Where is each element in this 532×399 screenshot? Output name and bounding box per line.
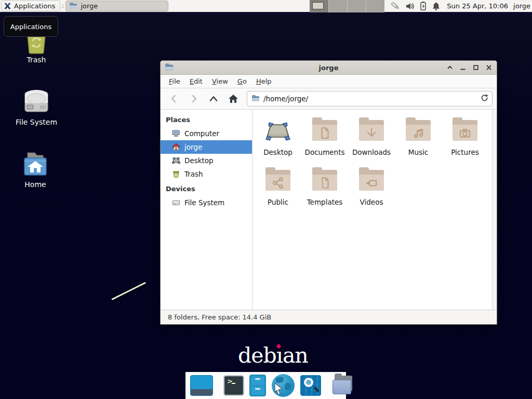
menu-help[interactable]: Help xyxy=(251,75,276,87)
sidebar-item-filesystem[interactable]: File System xyxy=(161,196,252,209)
location-path[interactable]: /home/jorge/ xyxy=(263,95,476,103)
file-item-public[interactable]: Public xyxy=(255,166,301,216)
notifications-bell-icon[interactable] xyxy=(432,2,441,11)
sidebar-item-trash[interactable]: Trash xyxy=(161,167,252,181)
show-desktop-icon xyxy=(190,375,213,396)
forward-button[interactable] xyxy=(184,90,203,107)
trash-small-icon xyxy=(172,170,180,178)
desktop-icon-label: Trash xyxy=(10,56,62,64)
menubar: File Edit View Go Help xyxy=(161,75,497,88)
desktop-icon-label: Home xyxy=(9,180,61,189)
file-item-music[interactable]: Music xyxy=(395,116,442,166)
volume-icon[interactable] xyxy=(405,2,415,11)
terminal-icon xyxy=(223,375,244,396)
panel-username[interactable]: jorge xyxy=(513,2,530,10)
workspace-window-preview xyxy=(312,2,324,9)
applications-menu-label: Applications xyxy=(14,2,55,10)
top-panel: Applications jorge xyxy=(0,0,532,13)
sidebar-item-label: Computer xyxy=(184,129,219,138)
workspace-2[interactable] xyxy=(328,0,347,12)
sidebar-places-header: Places xyxy=(161,114,252,127)
user-home-icon xyxy=(172,143,180,151)
menu-edit[interactable]: Edit xyxy=(185,75,207,87)
file-label: Desktop xyxy=(263,148,292,156)
workspace-3[interactable] xyxy=(347,0,366,12)
sidebar: Places Computer jorge xyxy=(161,110,252,310)
window-controls xyxy=(446,64,493,71)
sidebar-item-label: Desktop xyxy=(184,156,214,165)
file-item-documents[interactable]: Documents xyxy=(301,116,348,166)
file-manager-launcher[interactable] xyxy=(249,375,266,396)
workspace-1-active[interactable] xyxy=(310,0,328,12)
window-folder-icon xyxy=(165,63,174,71)
desktop-artifact-line xyxy=(111,282,146,300)
menu-view[interactable]: View xyxy=(207,75,233,87)
terminal-launcher[interactable] xyxy=(223,375,244,396)
toolbar: /home/jorge/ xyxy=(161,88,497,110)
desktop-icon xyxy=(172,156,180,165)
file-label: Downloads xyxy=(352,148,391,156)
app-finder-launcher[interactable] xyxy=(300,375,321,396)
share-emblem-icon xyxy=(271,176,285,190)
file-label: Public xyxy=(268,198,288,206)
workspace-pager[interactable] xyxy=(310,0,384,12)
close-button[interactable] xyxy=(485,64,493,71)
bottom-dock xyxy=(185,372,346,399)
template-emblem-icon xyxy=(318,176,331,190)
statusbar: 8 folders, Free space: 14.4 GiB xyxy=(161,310,497,324)
show-desktop-button[interactable] xyxy=(190,375,213,396)
panel-clock[interactable]: Sun 25 Apr, 10:06 xyxy=(447,2,508,10)
file-item-videos[interactable]: Videos xyxy=(348,166,395,216)
statusbar-text: 8 folders, Free space: 14.4 GiB xyxy=(168,313,271,321)
file-item-pictures[interactable]: Pictures xyxy=(442,116,488,166)
web-browser-launcher[interactable] xyxy=(271,374,295,397)
location-folder-icon xyxy=(251,95,260,102)
debian-logo-i-red-dot: ı xyxy=(276,343,283,368)
minimize-button[interactable] xyxy=(459,64,467,71)
file-view: Desktop Documents xyxy=(252,110,497,310)
document-emblem-icon xyxy=(318,126,331,140)
applications-tooltip: Applications xyxy=(4,16,58,37)
panel-separator-handle xyxy=(62,5,64,8)
drive-small-icon xyxy=(172,198,180,207)
sidebar-devices-header: Devices xyxy=(161,183,252,196)
reload-button[interactable] xyxy=(480,94,489,104)
app-finder-icon xyxy=(300,375,321,396)
sidebar-item-label: File System xyxy=(184,198,224,207)
menu-file[interactable]: File xyxy=(164,75,185,87)
desktop-icon-home[interactable]: Home xyxy=(9,149,61,189)
shade-button[interactable] xyxy=(446,64,454,71)
file-grid: Desktop Documents xyxy=(252,110,492,310)
debian-logo-text: an xyxy=(283,343,308,368)
file-item-desktop[interactable]: Desktop xyxy=(255,116,301,166)
battery-icon[interactable] xyxy=(419,1,427,11)
file-label: Videos xyxy=(360,198,383,206)
sidebar-item-computer[interactable]: Computer xyxy=(161,127,252,140)
applications-menu-button[interactable]: Applications xyxy=(1,1,60,11)
menu-go[interactable]: Go xyxy=(233,75,251,87)
system-tray xyxy=(391,1,441,11)
file-cabinet-icon xyxy=(249,375,266,396)
file-item-downloads[interactable]: Downloads xyxy=(348,116,395,166)
file-label: Pictures xyxy=(451,148,478,156)
file-item-templates[interactable]: Templates xyxy=(301,166,348,216)
desktop-icon-filesystem[interactable]: File System xyxy=(10,86,62,126)
maximize-button[interactable] xyxy=(472,64,480,71)
music-notes-emblem-icon xyxy=(411,126,425,140)
sidebar-item-desktop[interactable]: Desktop xyxy=(161,154,252,167)
workspace-4[interactable] xyxy=(366,0,384,12)
back-button[interactable] xyxy=(165,90,183,107)
taskbar-window-label: jorge xyxy=(81,2,98,10)
file-label: Templates xyxy=(307,198,343,206)
home-button[interactable] xyxy=(224,90,243,107)
screenshot-pen-icon[interactable] xyxy=(391,1,401,11)
tooltip-text: Applications xyxy=(10,23,51,31)
directory-menu-launcher[interactable] xyxy=(331,376,353,395)
up-button[interactable] xyxy=(204,90,223,107)
titlebar[interactable]: jorge xyxy=(161,61,497,75)
taskbar-window-button[interactable]: jorge xyxy=(65,1,168,11)
vertical-scrollbar[interactable] xyxy=(492,110,497,310)
sidebar-item-jorge[interactable]: jorge xyxy=(161,140,252,154)
home-folder-icon xyxy=(20,149,50,179)
location-bar[interactable]: /home/jorge/ xyxy=(247,91,493,107)
